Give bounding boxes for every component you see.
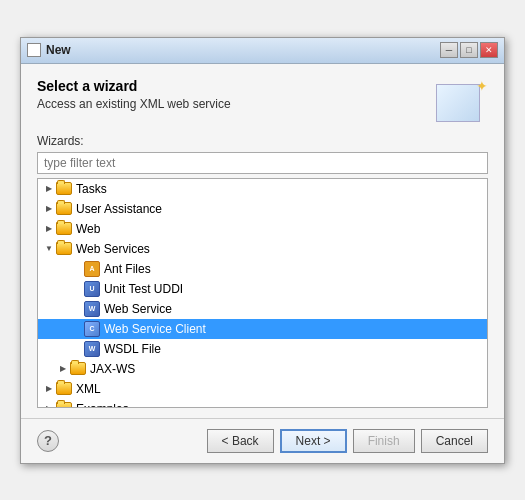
main-content: Select a wizard Access an existing XML w… <box>21 64 504 418</box>
tree-item-web-service[interactable]: W Web Service <box>38 299 487 319</box>
xml-folder-icon <box>56 382 72 395</box>
wsdl-icon: W <box>84 341 100 357</box>
web-label: Web <box>76 222 100 236</box>
jax-ws-label: JAX-WS <box>90 362 135 376</box>
tree-item-tasks[interactable]: Tasks <box>38 179 487 199</box>
filter-input[interactable] <box>37 152 488 174</box>
tree-item-web-services[interactable]: Web Services <box>38 239 487 259</box>
tree-item-ant-files[interactable]: A Ant Files <box>38 259 487 279</box>
ant-icon: A <box>84 261 100 277</box>
back-button[interactable]: < Back <box>207 429 274 453</box>
examples-label: Examples <box>76 402 129 408</box>
wsdl-file-icon: W <box>84 341 100 357</box>
web-service-client-label: Web Service Client <box>104 322 206 336</box>
unit-test-uddi-label: Unit Test UDDI <box>104 282 183 296</box>
wizard-tree[interactable]: Tasks User Assistance Web Web Services <box>37 178 488 408</box>
web-service-client-arrow <box>70 322 84 336</box>
wsdl-file-arrow <box>70 342 84 356</box>
maximize-button[interactable]: □ <box>460 42 478 58</box>
unit-test-uddi-icon: U <box>84 281 100 297</box>
header-text: Select a wizard Access an existing XML w… <box>37 78 231 111</box>
jax-ws-arrow <box>56 362 70 376</box>
tree-item-wsdl-file[interactable]: W WSDL File <box>38 339 487 359</box>
xml-arrow <box>42 382 56 396</box>
examples-arrow <box>42 402 56 408</box>
tree-item-xml[interactable]: XML <box>38 379 487 399</box>
close-button[interactable]: ✕ <box>480 42 498 58</box>
examples-folder-icon <box>56 402 72 408</box>
web-services-folder-icon <box>56 242 72 255</box>
dialog-title: Select a wizard <box>37 78 231 94</box>
header-section: Select a wizard Access an existing XML w… <box>37 78 488 122</box>
dialog-window: New ─ □ ✕ Select a wizard Access an exis… <box>20 37 505 464</box>
user-assistance-folder-icon <box>56 202 72 215</box>
tree-item-jax-ws[interactable]: JAX-WS <box>38 359 487 379</box>
wizards-label: Wizards: <box>37 134 488 148</box>
web-services-arrow <box>42 242 56 256</box>
user-assistance-arrow <box>42 202 56 216</box>
web-service-arrow <box>70 302 84 316</box>
web-services-label: Web Services <box>76 242 150 256</box>
unit-test-uddi-arrow <box>70 282 84 296</box>
xml-label: XML <box>76 382 101 396</box>
jax-ws-folder-icon <box>70 362 86 375</box>
action-buttons: < Back Next > Finish Cancel <box>207 429 488 453</box>
ant-files-arrow <box>70 262 84 276</box>
minimize-button[interactable]: ─ <box>440 42 458 58</box>
tree-item-web-service-client[interactable]: C Web Service Client <box>38 319 487 339</box>
dialog-subtitle: Access an existing XML web service <box>37 97 231 111</box>
header-icon: ✦ <box>436 78 488 122</box>
window-icon <box>27 43 41 57</box>
cancel-button[interactable]: Cancel <box>421 429 488 453</box>
ant-files-icon: A <box>84 261 100 277</box>
title-bar: New ─ □ ✕ <box>21 38 504 64</box>
title-bar-left: New <box>27 43 71 57</box>
user-assistance-label: User Assistance <box>76 202 162 216</box>
tree-item-unit-test-uddi[interactable]: U Unit Test UDDI <box>38 279 487 299</box>
window-title: New <box>46 43 71 57</box>
ant-files-label: Ant Files <box>104 262 151 276</box>
uddi-icon: U <box>84 281 100 297</box>
tree-item-user-assistance[interactable]: User Assistance <box>38 199 487 219</box>
web-service-label: Web Service <box>104 302 172 316</box>
tasks-label: Tasks <box>76 182 107 196</box>
help-button[interactable]: ? <box>37 430 59 452</box>
title-controls: ─ □ ✕ <box>440 42 498 58</box>
dialog-footer: ? < Back Next > Finish Cancel <box>21 418 504 463</box>
web-service-client-icon: C <box>84 321 100 337</box>
star-icon: ✦ <box>476 78 488 94</box>
wsdl-file-label: WSDL File <box>104 342 161 356</box>
wizard-graphic <box>436 84 480 122</box>
web-folder-icon <box>56 222 72 235</box>
ws-icon: W <box>84 301 100 317</box>
tasks-folder-icon <box>56 182 72 195</box>
tasks-arrow <box>42 182 56 196</box>
tree-item-web[interactable]: Web <box>38 219 487 239</box>
finish-button[interactable]: Finish <box>353 429 415 453</box>
web-service-icon: W <box>84 301 100 317</box>
web-arrow <box>42 222 56 236</box>
wsc-icon: C <box>84 321 100 337</box>
tree-item-examples[interactable]: Examples <box>38 399 487 408</box>
next-button[interactable]: Next > <box>280 429 347 453</box>
